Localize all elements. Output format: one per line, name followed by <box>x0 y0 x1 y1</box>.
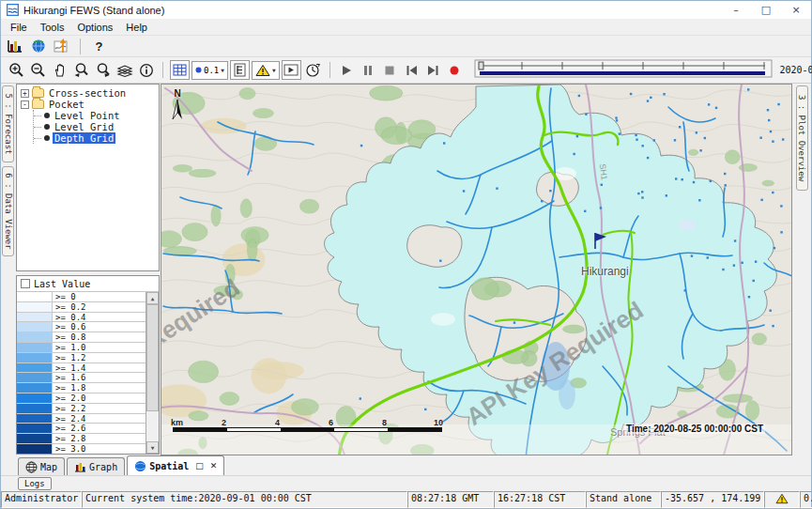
logs-row: Logs <box>1 475 811 491</box>
legend-row[interactable]: >= 0.6 <box>17 322 146 332</box>
class-break-dropdown[interactable]: 0.1 ▼ <box>192 61 228 80</box>
tab-data-viewer-label: 6 : Data Viewer <box>4 173 13 249</box>
tab-forecast[interactable]: 5 : Forecast <box>2 85 14 162</box>
expand-icon[interactable]: + <box>21 89 29 98</box>
zoom-previous-button[interactable] <box>71 60 91 80</box>
legend-class-label: >= 1.4 <box>53 363 146 373</box>
tab-restore-icon[interactable]: □ <box>195 461 204 470</box>
tab-close-icon[interactable]: ✕ <box>210 461 218 470</box>
play-button[interactable] <box>337 60 357 80</box>
legend-color-swatch <box>17 404 53 413</box>
tab-data-viewer[interactable]: 6 : Data Viewer <box>2 166 14 256</box>
menu-tools[interactable]: Tools <box>34 21 71 34</box>
longitudinal-profile-button[interactable] <box>230 60 250 80</box>
legend-row[interactable]: >= 0.2 <box>17 302 146 313</box>
legend-row[interactable]: >= 2.2 <box>17 404 146 414</box>
scale-bar-segments <box>173 427 442 432</box>
time-slider[interactable] <box>474 59 773 82</box>
stop-button[interactable] <box>380 60 400 80</box>
collapse-icon[interactable]: - <box>21 100 29 109</box>
legend-row[interactable]: >= 2.8 <box>17 434 146 444</box>
legend-color-swatch <box>17 322 53 332</box>
time-settings-button[interactable] <box>303 60 323 80</box>
legend-color-swatch <box>17 302 53 312</box>
north-label: N <box>167 88 188 99</box>
legend-row[interactable]: >= 2.6 <box>17 424 146 434</box>
pause-button[interactable] <box>359 60 378 80</box>
tree-node-pocket[interactable]: - Pocket <box>21 99 159 110</box>
legend-row[interactable]: >= 0 <box>17 292 146 302</box>
status-system-time: Current system time:2020-09-01 00:00 CST <box>82 491 407 508</box>
grid-icon <box>173 64 187 76</box>
grid-display-button[interactable] <box>170 60 190 80</box>
zoom-in-button[interactable] <box>7 60 26 80</box>
right-tab-strip: 3 : Plot Overview <box>792 84 811 455</box>
tab-graph[interactable]: Graph <box>67 457 125 475</box>
wire-globe-icon <box>25 461 38 473</box>
tree-node-level-grid[interactable]: Level Grid <box>34 121 159 132</box>
tab-map[interactable]: Map <box>18 457 65 475</box>
status-alerts[interactable] <box>764 491 800 508</box>
legend-scrollbar[interactable]: ▲ ▼ <box>146 292 159 454</box>
maximize-button[interactable]: □ <box>751 1 781 19</box>
tab-spatial[interactable]: Spatial □ ✕ <box>127 455 224 475</box>
tree-node-label[interactable]: Pocket <box>47 99 86 110</box>
layers-button[interactable] <box>115 60 134 80</box>
pan-button[interactable] <box>50 60 69 80</box>
bullet-icon <box>44 113 50 118</box>
logs-button[interactable]: Logs <box>18 477 52 490</box>
tree-node-level-point[interactable]: Level Point <box>34 110 159 121</box>
scroll-down-icon[interactable]: ▼ <box>146 441 159 454</box>
minimize-button[interactable]: – <box>721 1 751 19</box>
last-value-checkbox[interactable] <box>21 279 30 288</box>
scale-tick-label: 4 <box>275 418 280 427</box>
animation-movie-button[interactable] <box>282 60 301 80</box>
step-back-button[interactable] <box>402 60 421 80</box>
scrollbar-thumb[interactable] <box>146 304 159 411</box>
map-display-button[interactable] <box>28 37 48 56</box>
menu-options[interactable]: Options <box>70 21 119 34</box>
zoom-out-button[interactable] <box>28 60 48 80</box>
tab-plot-overview[interactable]: 3 : Plot Overview <box>796 85 808 191</box>
tab-plot-overview-label: 3 : Plot Overview <box>797 95 806 181</box>
legend-class-label: >= 1.2 <box>53 353 146 362</box>
menu-file[interactable]: File <box>4 21 34 34</box>
menu-help[interactable]: Help <box>119 21 154 34</box>
timeseries-edit-button[interactable] <box>52 37 71 56</box>
legend-row[interactable]: >= 1.0 <box>17 343 146 353</box>
tab-spatial-label: Spatial <box>149 461 189 471</box>
status-mode: Stand alone <box>586 491 661 508</box>
legend-row[interactable]: >= 2.4 <box>17 414 146 424</box>
legend-row[interactable]: >= 0.8 <box>17 332 146 343</box>
scroll-up-icon[interactable]: ▲ <box>146 292 159 304</box>
legend-color-swatch <box>17 353 53 362</box>
thresholds-dropdown[interactable]: ▼ <box>252 61 280 80</box>
legend-row[interactable]: >= 2.0 <box>17 393 146 404</box>
step-forward-button[interactable] <box>423 60 443 80</box>
map-viewport[interactable]: N API Key Required API Key Required Hiku… <box>161 84 792 455</box>
legend-row[interactable]: >= 0.4 <box>17 313 146 323</box>
legend-row[interactable]: >= 1.2 <box>17 353 146 363</box>
help-button[interactable]: ? <box>89 37 109 56</box>
legend-row[interactable]: >= 1.4 <box>17 363 146 374</box>
layers-icon <box>116 63 133 78</box>
skip-end-icon <box>427 65 439 76</box>
tree-node-label-selected[interactable]: Depth Grid <box>53 132 115 144</box>
close-button[interactable]: × <box>781 1 811 19</box>
bar-chart-icon <box>74 461 86 472</box>
zoom-next-button[interactable] <box>93 60 113 80</box>
legend-row[interactable]: >= 1.8 <box>17 383 146 393</box>
tree-node-label[interactable]: Cross-section <box>47 87 128 99</box>
info-button[interactable] <box>136 60 156 80</box>
tree-node-label[interactable]: Level Point <box>53 110 122 121</box>
timeseries-dialog-button[interactable] <box>5 37 24 56</box>
layer-tree: + Cross-section - Pocket Level Point <box>16 84 160 271</box>
map-time-label: Time: 2020-08-25 00:00:00 CST <box>624 424 765 434</box>
legend-row[interactable]: >= 3.0 <box>17 444 146 454</box>
tree-node-depth-grid[interactable]: Depth Grid <box>34 132 159 144</box>
tree-node-label[interactable]: Level Grid <box>53 121 115 132</box>
legend-row[interactable]: >= 1.6 <box>17 373 146 383</box>
tree-node-cross-section[interactable]: + Cross-section <box>21 87 159 99</box>
record-button[interactable] <box>445 60 465 80</box>
legend-class-label: >= 0.8 <box>53 332 146 342</box>
